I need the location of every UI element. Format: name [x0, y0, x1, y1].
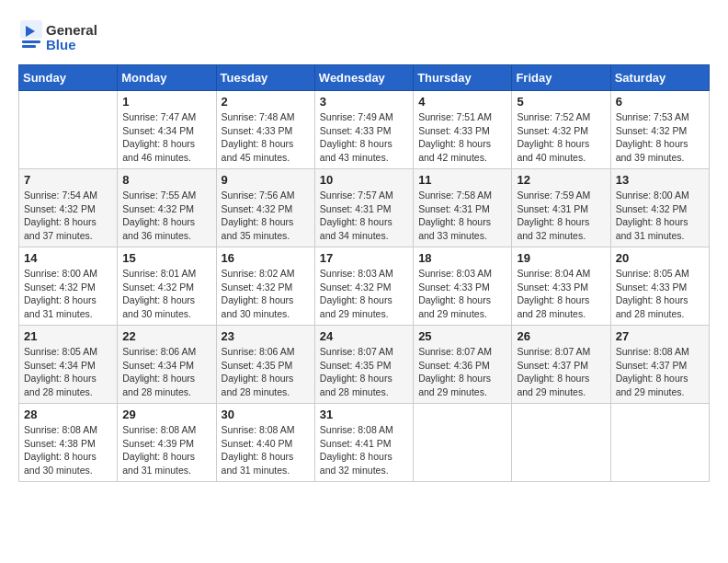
week-row-5: 28Sunrise: 8:08 AM Sunset: 4:38 PM Dayli…: [19, 404, 710, 482]
day-info: Sunrise: 8:07 AM Sunset: 4:35 PM Dayligh…: [320, 345, 408, 399]
day-cell: 7Sunrise: 7:54 AM Sunset: 4:32 PM Daylig…: [19, 169, 118, 247]
day-info: Sunrise: 8:00 AM Sunset: 4:32 PM Dayligh…: [616, 189, 704, 243]
day-info: Sunrise: 7:49 AM Sunset: 4:33 PM Dayligh…: [320, 110, 408, 165]
day-number: 26: [517, 329, 605, 343]
day-number: 19: [517, 251, 605, 265]
day-info: Sunrise: 7:51 AM Sunset: 4:33 PM Dayligh…: [418, 110, 506, 165]
day-cell: 17Sunrise: 8:03 AM Sunset: 4:32 PM Dayli…: [314, 247, 413, 326]
day-cell: 18Sunrise: 8:03 AM Sunset: 4:33 PM Dayli…: [414, 247, 512, 326]
day-cell: 15Sunrise: 8:01 AM Sunset: 4:32 PM Dayli…: [118, 247, 216, 326]
day-cell: 2Sunrise: 7:48 AM Sunset: 4:33 PM Daylig…: [216, 91, 314, 169]
day-cell: 13Sunrise: 8:00 AM Sunset: 4:32 PM Dayli…: [610, 169, 709, 247]
day-cell: 19Sunrise: 8:04 AM Sunset: 4:33 PM Dayli…: [512, 247, 610, 326]
day-number: 20: [616, 251, 704, 265]
day-info: Sunrise: 8:03 AM Sunset: 4:33 PM Dayligh…: [418, 267, 506, 321]
day-cell: 8Sunrise: 7:55 AM Sunset: 4:32 PM Daylig…: [118, 169, 216, 247]
day-number: 21: [24, 329, 112, 343]
weekday-header-friday: Friday: [512, 65, 610, 91]
day-info: Sunrise: 8:02 AM Sunset: 4:32 PM Dayligh…: [222, 267, 310, 321]
day-number: 17: [320, 251, 408, 265]
day-number: 31: [320, 408, 408, 421]
day-cell: 20Sunrise: 8:05 AM Sunset: 4:33 PM Dayli…: [610, 247, 709, 326]
day-number: 24: [320, 329, 408, 343]
day-cell: 5Sunrise: 7:52 AM Sunset: 4:32 PM Daylig…: [512, 91, 610, 169]
week-row-4: 21Sunrise: 8:05 AM Sunset: 4:34 PM Dayli…: [19, 326, 710, 404]
day-cell: 11Sunrise: 7:58 AM Sunset: 4:31 PM Dayli…: [414, 169, 512, 247]
day-info: Sunrise: 7:53 AM Sunset: 4:32 PM Dayligh…: [616, 110, 704, 165]
weekday-header-wednesday: Wednesday: [314, 65, 413, 91]
day-info: Sunrise: 7:56 AM Sunset: 4:32 PM Dayligh…: [222, 189, 310, 243]
day-cell: 23Sunrise: 8:06 AM Sunset: 4:35 PM Dayli…: [216, 326, 314, 404]
day-cell: 28Sunrise: 8:08 AM Sunset: 4:38 PM Dayli…: [19, 404, 118, 482]
day-info: Sunrise: 8:08 AM Sunset: 4:38 PM Dayligh…: [24, 423, 112, 477]
day-info: Sunrise: 8:08 AM Sunset: 4:40 PM Dayligh…: [222, 423, 310, 477]
day-info: Sunrise: 8:03 AM Sunset: 4:32 PM Dayligh…: [320, 267, 408, 321]
day-info: Sunrise: 7:47 AM Sunset: 4:34 PM Dayligh…: [122, 110, 210, 165]
day-number: 4: [418, 95, 506, 109]
day-info: Sunrise: 7:59 AM Sunset: 4:31 PM Dayligh…: [517, 189, 605, 243]
day-cell: 4Sunrise: 7:51 AM Sunset: 4:33 PM Daylig…: [414, 91, 512, 169]
day-cell: [19, 91, 118, 169]
day-info: Sunrise: 7:55 AM Sunset: 4:32 PM Dayligh…: [122, 189, 210, 243]
calendar-table: SundayMondayTuesdayWednesdayThursdayFrid…: [18, 64, 710, 482]
day-cell: 25Sunrise: 8:07 AM Sunset: 4:36 PM Dayli…: [414, 326, 512, 404]
logo-svg: General Blue: [18, 18, 119, 55]
day-number: 1: [122, 95, 210, 109]
day-number: 2: [222, 95, 310, 109]
day-info: Sunrise: 8:08 AM Sunset: 4:41 PM Dayligh…: [320, 423, 408, 477]
day-cell: 10Sunrise: 7:57 AM Sunset: 4:31 PM Dayli…: [314, 169, 413, 247]
day-cell: 3Sunrise: 7:49 AM Sunset: 4:33 PM Daylig…: [314, 91, 413, 169]
week-row-1: 1Sunrise: 7:47 AM Sunset: 4:34 PM Daylig…: [19, 91, 710, 169]
day-number: 18: [418, 251, 506, 265]
day-number: 10: [320, 173, 408, 187]
svg-rect-4: [22, 40, 40, 43]
day-cell: 6Sunrise: 7:53 AM Sunset: 4:32 PM Daylig…: [610, 91, 709, 169]
day-cell: 31Sunrise: 8:08 AM Sunset: 4:41 PM Dayli…: [314, 404, 413, 482]
day-cell: 12Sunrise: 7:59 AM Sunset: 4:31 PM Dayli…: [512, 169, 610, 247]
day-number: 12: [517, 173, 605, 187]
weekday-header-saturday: Saturday: [610, 65, 709, 91]
day-cell: 22Sunrise: 8:06 AM Sunset: 4:34 PM Dayli…: [118, 326, 216, 404]
day-number: 28: [24, 408, 112, 421]
day-info: Sunrise: 8:00 AM Sunset: 4:32 PM Dayligh…: [24, 267, 112, 321]
day-cell: [512, 404, 610, 482]
day-cell: 21Sunrise: 8:05 AM Sunset: 4:34 PM Dayli…: [19, 326, 118, 404]
day-cell: 26Sunrise: 8:07 AM Sunset: 4:37 PM Dayli…: [512, 326, 610, 404]
weekday-header-row: SundayMondayTuesdayWednesdayThursdayFrid…: [19, 65, 710, 91]
day-number: 23: [222, 329, 310, 343]
day-cell: 29Sunrise: 8:08 AM Sunset: 4:39 PM Dayli…: [118, 404, 216, 482]
day-number: 22: [122, 329, 210, 343]
day-info: Sunrise: 8:06 AM Sunset: 4:34 PM Dayligh…: [122, 345, 210, 399]
day-info: Sunrise: 8:01 AM Sunset: 4:32 PM Dayligh…: [122, 267, 210, 321]
day-cell: [610, 404, 709, 482]
svg-text:Blue: Blue: [46, 37, 76, 52]
svg-text:General: General: [46, 22, 97, 38]
day-number: 3: [320, 95, 408, 109]
day-number: 13: [616, 173, 704, 187]
day-number: 15: [122, 251, 210, 265]
day-number: 7: [24, 173, 112, 187]
header: General Blue: [18, 18, 710, 55]
day-cell: [414, 404, 512, 482]
day-number: 14: [24, 251, 112, 265]
day-cell: 27Sunrise: 8:08 AM Sunset: 4:37 PM Dayli…: [610, 326, 709, 404]
weekday-header-sunday: Sunday: [19, 65, 118, 91]
day-number: 29: [122, 408, 210, 421]
day-info: Sunrise: 8:07 AM Sunset: 4:37 PM Dayligh…: [517, 345, 605, 399]
day-cell: 30Sunrise: 8:08 AM Sunset: 4:40 PM Dayli…: [216, 404, 314, 482]
day-info: Sunrise: 7:54 AM Sunset: 4:32 PM Dayligh…: [24, 189, 112, 243]
day-number: 11: [418, 173, 506, 187]
day-info: Sunrise: 7:57 AM Sunset: 4:31 PM Dayligh…: [320, 189, 408, 243]
day-info: Sunrise: 7:52 AM Sunset: 4:32 PM Dayligh…: [517, 110, 605, 165]
day-cell: 9Sunrise: 7:56 AM Sunset: 4:32 PM Daylig…: [216, 169, 314, 247]
day-cell: 14Sunrise: 8:00 AM Sunset: 4:32 PM Dayli…: [19, 247, 118, 326]
day-number: 6: [616, 95, 704, 109]
day-number: 9: [222, 173, 310, 187]
day-number: 16: [222, 251, 310, 265]
day-info: Sunrise: 7:58 AM Sunset: 4:31 PM Dayligh…: [418, 189, 506, 243]
logo: General Blue: [18, 18, 119, 55]
day-number: 27: [616, 329, 704, 343]
day-info: Sunrise: 8:04 AM Sunset: 4:33 PM Dayligh…: [517, 267, 605, 321]
weekday-header-tuesday: Tuesday: [216, 65, 314, 91]
day-info: Sunrise: 8:08 AM Sunset: 4:37 PM Dayligh…: [616, 345, 704, 399]
